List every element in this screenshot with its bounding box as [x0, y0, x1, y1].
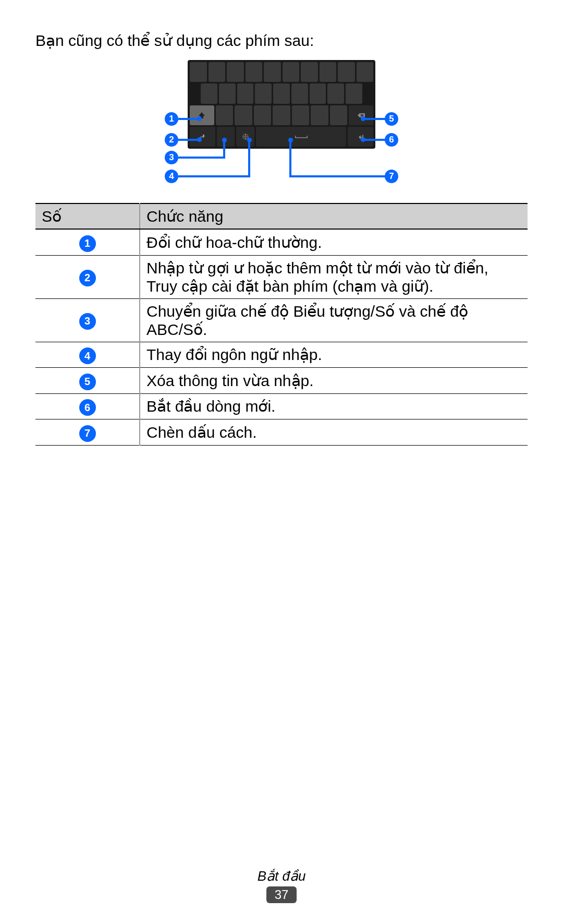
key [291, 83, 308, 103]
key [255, 83, 272, 103]
space-key [256, 127, 346, 147]
key-row [190, 127, 373, 147]
shift-key [190, 105, 214, 125]
enter-key [348, 127, 373, 147]
key [209, 62, 226, 82]
key [216, 105, 233, 125]
row-badge: 5 [79, 374, 96, 390]
row-badge: 4 [79, 347, 96, 364]
table-header-function: Chức năng [140, 203, 528, 229]
row-description: Đổi chữ hoa-chữ thường. [140, 229, 528, 255]
key-row [190, 83, 373, 103]
row-description: Bắt đầu dòng mới. [140, 393, 528, 419]
key-row [190, 105, 373, 125]
key [310, 83, 326, 103]
page-footer: Bắt đầu 37 [0, 868, 563, 903]
callout-dot [247, 138, 252, 142]
callout-dot [361, 137, 365, 142]
callout-badge-7: 7 [385, 170, 398, 183]
callout-line [223, 141, 225, 159]
key [219, 83, 236, 103]
row-description: Xóa thông tin vừa nhập. [140, 368, 528, 394]
callout-badge-6: 6 [385, 133, 398, 147]
callout-line [364, 139, 386, 141]
key [320, 62, 337, 82]
key [338, 62, 355, 82]
key [330, 105, 347, 125]
section-name: Bắt đầu [0, 868, 563, 884]
callout-dot [197, 116, 202, 121]
table-row: 2 Nhập từ gợi ư hoặc thêm một từ mới vào… [35, 255, 528, 298]
table-row: 5 Xóa thông tin vừa nhập. [35, 368, 528, 394]
key [327, 83, 344, 103]
key [201, 83, 217, 103]
row-description: Thay đổi ngôn ngữ nhập. [140, 342, 528, 368]
callout-line [178, 157, 225, 159]
table-row: 3 Chuyển giữa chế độ Biểu tượng/Số và ch… [35, 298, 528, 342]
key [357, 62, 374, 82]
callout-line [178, 139, 198, 141]
callout-line [364, 118, 386, 120]
key [254, 105, 271, 125]
backspace-key [349, 105, 373, 125]
key-row [190, 62, 373, 82]
key [264, 62, 281, 82]
function-table: Số Chức năng 1 Đổi chữ hoa-chữ thường. 2… [35, 203, 528, 446]
row-badge: 1 [79, 235, 96, 252]
key [292, 105, 309, 125]
callout-dot [197, 137, 202, 142]
callout-line [248, 141, 250, 177]
callout-line [289, 141, 291, 177]
table-row: 1 Đổi chữ hoa-chữ thường. [35, 229, 528, 255]
intro-text: Bạn cũng có thể sử dụng các phím sau: [35, 31, 528, 50]
language-key [236, 127, 254, 147]
space-icon [294, 135, 309, 139]
table-row: 4 Thay đổi ngôn ngữ nhập. [35, 342, 528, 368]
callout-dot [222, 138, 227, 142]
keyboard-figure: 1 2 3 4 5 6 7 [115, 60, 448, 190]
key [283, 62, 300, 82]
key [273, 105, 290, 125]
key [235, 105, 252, 125]
callout-line [178, 175, 250, 177]
key [227, 62, 244, 82]
key [346, 83, 362, 103]
callout-dot [288, 138, 293, 142]
callout-badge-3: 3 [165, 151, 178, 164]
settings-key [190, 127, 215, 147]
key [237, 83, 254, 103]
row-badge: 7 [79, 425, 96, 442]
callout-line [289, 175, 386, 177]
row-badge: 6 [79, 399, 96, 416]
callout-badge-5: 5 [385, 112, 398, 126]
key [190, 62, 207, 82]
table-header-number: Số [35, 203, 140, 229]
page-number: 37 [266, 886, 297, 903]
table-row: 6 Bắt đầu dòng mới. [35, 393, 528, 419]
key [311, 105, 328, 125]
callout-dot [361, 116, 365, 121]
key [273, 83, 290, 103]
key [246, 62, 263, 82]
table-row: 7 Chèn dấu cách. [35, 419, 528, 446]
callout-badge-1: 1 [165, 112, 178, 126]
row-badge: 3 [79, 313, 96, 330]
callout-badge-4: 4 [165, 170, 178, 183]
callout-line [178, 118, 198, 120]
row-description: Chuyển giữa chế độ Biểu tượng/Số và chế … [140, 298, 528, 342]
key [301, 62, 318, 82]
row-badge: 2 [79, 270, 96, 286]
row-description: Chèn dấu cách. [140, 419, 528, 446]
callout-badge-2: 2 [165, 133, 178, 147]
symbol-key [217, 127, 235, 147]
row-description: Nhập từ gợi ư hoặc thêm một từ mới vào t… [140, 255, 528, 298]
keyboard [188, 60, 375, 149]
